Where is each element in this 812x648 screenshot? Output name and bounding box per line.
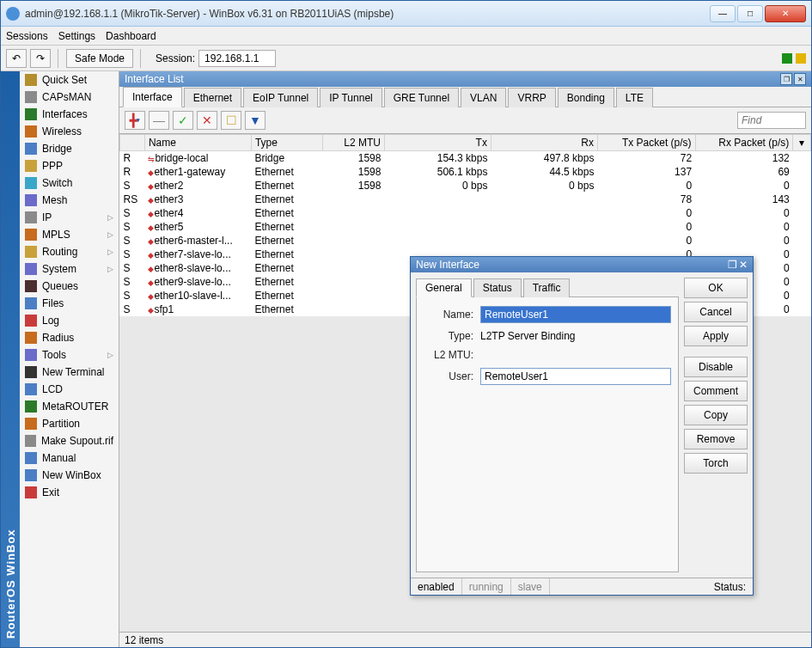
disable-button[interactable]: Disable	[684, 357, 748, 377]
name-field[interactable]	[480, 306, 671, 323]
ok-button[interactable]: OK	[684, 278, 748, 298]
sidebar-icon	[25, 418, 37, 430]
sidebar-item-log[interactable]: Log	[20, 312, 119, 329]
table-row[interactable]: R⇋bridge-localBridge1598154.3 kbps497.8 …	[120, 151, 811, 166]
sidebar-item-files[interactable]: Files	[20, 295, 119, 312]
dialog-tab-general[interactable]: General	[416, 278, 472, 297]
sidebar-item-partition[interactable]: Partition	[20, 415, 119, 432]
sidebar-item-exit[interactable]: Exit	[20, 484, 119, 501]
close-button[interactable]: ✕	[765, 5, 806, 22]
maximize-button[interactable]: □	[737, 5, 763, 22]
sidebar-icon	[25, 435, 36, 447]
menu-sessions[interactable]: Sessions	[6, 30, 48, 42]
sidebar-icon	[25, 297, 37, 309]
sidebar-item-label: MetaROUTER	[42, 400, 108, 413]
sidebar-item-metarouter[interactable]: MetaROUTER	[20, 398, 119, 415]
tab-ip-tunnel[interactable]: IP Tunnel	[320, 88, 382, 107]
undo-button[interactable]: ↶	[6, 49, 27, 68]
column-header[interactable]: Rx Packet (p/s)	[695, 135, 793, 151]
redo-button[interactable]: ↷	[30, 49, 51, 68]
dialog-titlebar[interactable]: New Interface ❐ ✕	[411, 257, 753, 272]
comment-button[interactable]: ☐	[221, 111, 241, 130]
filter-button[interactable]: ▼	[245, 111, 266, 130]
dialog-tab-status[interactable]: Status	[473, 278, 522, 297]
sidebar-icon	[25, 177, 37, 189]
column-header[interactable]: Tx	[384, 135, 491, 151]
mdi-restore-button[interactable]: ❐	[780, 73, 792, 85]
sidebar-item-mesh[interactable]: Mesh	[20, 192, 119, 209]
table-row[interactable]: S◆ether5Ethernet00	[120, 220, 811, 234]
dialog-close-button[interactable]: ✕	[739, 259, 748, 271]
sidebar-item-bridge[interactable]: Bridge	[20, 140, 119, 157]
enable-button[interactable]: ✓	[173, 111, 193, 130]
session-value[interactable]: 192.168.1.1	[198, 50, 276, 67]
sidebar-item-new-terminal[interactable]: New Terminal	[20, 364, 119, 381]
sidebar-item-wireless[interactable]: Wireless	[20, 123, 119, 140]
table-row[interactable]: R◆ether1-gatewayEthernet1598506.1 kbps44…	[120, 165, 811, 179]
minimize-button[interactable]: —	[710, 5, 736, 22]
sidebar-item-mpls[interactable]: MPLS▷	[20, 226, 119, 243]
sidebar-item-quick-set[interactable]: Quick Set	[20, 71, 119, 89]
interface-list-titlebar[interactable]: Interface List ❐ ✕	[119, 71, 811, 87]
dialog-restore-button[interactable]: ❐	[728, 259, 737, 271]
sidebar-icon	[25, 469, 37, 481]
comment-button[interactable]: Comment	[684, 381, 748, 401]
tab-eoip-tunnel[interactable]: EoIP Tunnel	[243, 88, 318, 107]
table-row[interactable]: S◆ether4Ethernet00	[120, 206, 811, 220]
column-header[interactable]: Name	[144, 135, 251, 151]
titlebar[interactable]: admin@192.168.1.1 (MikroTik-Server) - Wi…	[1, 1, 811, 27]
disable-button[interactable]: ✕	[197, 111, 217, 130]
column-menu-button[interactable]: ▾	[793, 135, 811, 151]
column-header[interactable]: Tx Packet (p/s)	[597, 135, 695, 151]
cancel-button[interactable]: Cancel	[684, 302, 748, 322]
tab-vlan[interactable]: VLAN	[461, 88, 506, 107]
tab-interface[interactable]: Interface	[123, 87, 182, 107]
sidebar-item-label: Files	[42, 297, 64, 309]
sidebar-item-routing[interactable]: Routing▷	[20, 243, 119, 260]
copy-button[interactable]: Copy	[684, 405, 748, 425]
sidebar-item-interfaces[interactable]: Interfaces	[20, 106, 119, 123]
remove-button[interactable]: —	[149, 111, 169, 130]
tab-lte[interactable]: LTE	[616, 88, 653, 107]
sidebar-item-make-supout.rif[interactable]: Make Supout.rif	[20, 432, 119, 449]
torch-button[interactable]: Torch	[684, 453, 748, 474]
chevron-right-icon: ▷	[107, 351, 113, 359]
mdi-close-button[interactable]: ✕	[794, 73, 806, 85]
sidebar-item-capsman[interactable]: CAPsMAN	[20, 89, 119, 106]
find-input[interactable]	[737, 112, 806, 129]
menu-settings[interactable]: Settings	[58, 30, 95, 42]
sidebar-item-new-winbox[interactable]: New WinBox	[20, 467, 119, 484]
status-enabled: enabled	[411, 578, 462, 595]
tab-gre-tunnel[interactable]: GRE Tunnel	[384, 88, 459, 107]
remove-button[interactable]: Remove	[684, 429, 748, 449]
safe-mode-button[interactable]: Safe Mode	[66, 49, 133, 68]
table-row[interactable]: S◆ether6-master-l...Ethernet00	[120, 234, 811, 248]
sidebar-item-queues[interactable]: Queues	[20, 278, 119, 295]
menu-dashboard[interactable]: Dashboard	[106, 30, 156, 42]
sidebar-item-label: Make Supout.rif	[41, 435, 113, 447]
type-label: Type:	[424, 330, 473, 342]
user-field[interactable]	[480, 368, 671, 385]
column-header[interactable]: L2 MTU	[322, 135, 384, 151]
sidebar-item-label: CAPsMAN	[42, 91, 91, 103]
column-header[interactable]: Type	[251, 135, 322, 151]
apply-button[interactable]: Apply	[684, 326, 748, 346]
column-header[interactable]	[120, 135, 145, 151]
tab-vrrp[interactable]: VRRP	[508, 88, 555, 107]
sidebar-item-radius[interactable]: Radius	[20, 329, 119, 346]
dialog-tab-traffic[interactable]: Traffic	[523, 278, 571, 297]
add-button[interactable]: ╋▾	[125, 111, 145, 130]
sidebar-item-lcd[interactable]: LCD	[20, 381, 119, 398]
sidebar-item-system[interactable]: System▷	[20, 260, 119, 278]
sidebar-item-ip[interactable]: IP▷	[20, 209, 119, 226]
sidebar-item-switch[interactable]: Switch	[20, 174, 119, 192]
table-row[interactable]: S◆ether2Ethernet15980 bps0 bps00	[120, 179, 811, 193]
table-row[interactable]: RS◆ether3Ethernet78143	[120, 193, 811, 206]
sidebar-item-tools[interactable]: Tools▷	[20, 346, 119, 364]
tab-bonding[interactable]: Bonding	[558, 88, 614, 107]
tab-ethernet[interactable]: Ethernet	[184, 88, 241, 107]
column-header[interactable]: Rx	[491, 135, 597, 151]
chevron-right-icon: ▷	[107, 213, 113, 222]
sidebar-item-manual[interactable]: Manual	[20, 449, 119, 467]
sidebar-item-ppp[interactable]: PPP	[20, 157, 119, 174]
